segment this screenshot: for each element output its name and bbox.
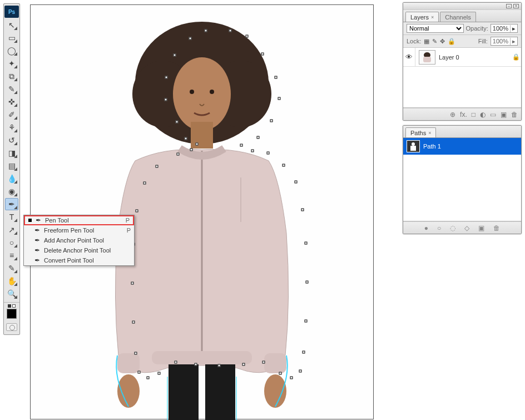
path-anchor[interactable] [189, 37, 192, 40]
path-anchor[interactable] [175, 361, 177, 364]
link-icon[interactable]: ⊕ [450, 111, 455, 118]
path-row[interactable]: Path 1 [403, 138, 521, 155]
lock-move-icon[interactable]: ✥ [440, 38, 445, 45]
marquee-tool[interactable]: ▭ [5, 32, 18, 44]
path-anchor[interactable] [132, 321, 135, 324]
pen-tool[interactable]: ✒ [5, 198, 18, 210]
lock-paint-icon[interactable]: ✎ [432, 38, 437, 45]
new-layer-icon[interactable]: ▣ [501, 111, 507, 118]
path-anchor[interactable] [261, 53, 264, 56]
history-brush-tool[interactable]: ↺ [5, 134, 18, 146]
eraser-tool[interactable]: ◨ [5, 147, 18, 159]
path-anchor[interactable] [305, 242, 308, 245]
path-anchor[interactable] [138, 371, 141, 374]
path-anchor[interactable] [279, 372, 282, 375]
path-anchor[interactable] [147, 377, 150, 379]
path-anchor[interactable] [218, 364, 221, 367]
layer-thumbnail[interactable] [419, 50, 435, 65]
visibility-toggle[interactable]: 👁 [403, 48, 415, 66]
path-name[interactable]: Path 1 [423, 143, 441, 150]
flyout-item[interactable]: ✒Add Anchor Point Tool [24, 235, 134, 245]
tab-paths[interactable]: Paths× [405, 127, 436, 137]
swatches-toggle[interactable] [8, 304, 16, 308]
path-anchor[interactable] [267, 152, 270, 155]
path-anchor[interactable] [135, 352, 137, 355]
path-anchor[interactable] [299, 370, 302, 373]
path-anchor[interactable] [165, 98, 167, 101]
hand-tool[interactable]: ✋ [5, 275, 18, 287]
path-anchor[interactable] [275, 76, 278, 79]
stamp-tool[interactable]: ⚘ [5, 121, 18, 134]
close-button[interactable]: × [513, 4, 519, 8]
path-anchor[interactable] [143, 182, 146, 185]
new-path-icon[interactable]: ▣ [478, 224, 484, 232]
lock-all-icon[interactable]: 🔒 [448, 38, 455, 45]
stroke-path-icon[interactable]: ○ [437, 224, 441, 232]
path-anchor[interactable] [278, 97, 281, 100]
zoom-tool[interactable]: 🔍 [5, 288, 18, 300]
type-tool[interactable]: T [5, 211, 18, 223]
eyedropper-2-tool[interactable]: ✎ [5, 262, 18, 274]
adjustment-icon[interactable]: ◐ [480, 111, 486, 118]
path-anchor[interactable] [165, 76, 168, 79]
path-anchor[interactable] [240, 144, 243, 147]
flyout-item[interactable]: ✒Pen ToolP [24, 215, 134, 225]
path-anchor[interactable] [262, 361, 265, 364]
path-select-tool[interactable]: ↗ [5, 224, 18, 236]
path-anchor[interactable] [190, 149, 193, 151]
path-anchor[interactable] [174, 54, 176, 57]
quickmask-toggle[interactable] [6, 323, 17, 331]
path-anchor[interactable] [205, 29, 207, 32]
path-anchor[interactable] [158, 372, 161, 375]
blur-tool[interactable]: 💧 [5, 172, 18, 185]
fx-icon[interactable]: fx. [460, 111, 467, 118]
delete-path-icon[interactable]: 🗑 [493, 224, 500, 232]
document[interactable] [30, 4, 374, 419]
tab-channels[interactable]: Channels [440, 12, 476, 22]
flyout-item[interactable]: ✒Freeform Pen ToolP [24, 225, 134, 235]
move-tool[interactable]: ↖ [5, 19, 18, 31]
path-anchor[interactable] [306, 281, 309, 284]
path-anchor[interactable] [283, 164, 285, 167]
path-anchor[interactable] [301, 209, 304, 211]
path-anchor[interactable] [195, 363, 197, 366]
path-anchor[interactable] [177, 153, 180, 156]
flyout-item[interactable]: ✒Delete Anchor Point Tool [24, 245, 134, 255]
path-anchor[interactable] [295, 181, 298, 184]
mask-icon[interactable]: □ [472, 111, 476, 118]
path-anchor[interactable] [242, 363, 245, 366]
path-anchor[interactable] [270, 120, 273, 122]
tab-layers[interactable]: Layers× [405, 12, 439, 22]
notes-tool[interactable]: ≡ [5, 249, 18, 261]
eyedropper-tool[interactable]: ✎ [5, 83, 18, 95]
path-anchor[interactable] [176, 121, 179, 123]
trash-icon[interactable]: 🗑 [511, 111, 518, 118]
path-anchor[interactable] [156, 165, 159, 168]
path-anchor[interactable] [136, 210, 138, 213]
path-anchor[interactable] [229, 29, 232, 32]
healing-tool[interactable]: ✜ [5, 96, 18, 108]
path-anchor[interactable] [257, 136, 260, 139]
selection-to-path-icon[interactable]: ◇ [464, 224, 469, 232]
layer-name[interactable]: Layer 0 [439, 54, 511, 61]
path-anchor[interactable] [185, 137, 187, 140]
shape-tool[interactable]: ○ [5, 236, 18, 249]
gradient-tool[interactable]: ▤ [5, 160, 18, 172]
path-anchor[interactable] [196, 143, 199, 146]
group-icon[interactable]: ▭ [490, 111, 496, 118]
foreground-color[interactable] [7, 309, 17, 319]
opacity-input[interactable]: 100%▸ [491, 24, 518, 33]
path-to-selection-icon[interactable]: ◌ [450, 224, 455, 232]
lock-transparent-icon[interactable]: ▦ [424, 38, 429, 45]
minimize-button[interactable]: – [506, 4, 512, 8]
magic-wand-tool[interactable]: ✦ [5, 57, 18, 70]
path-anchor[interactable] [290, 377, 293, 379]
close-icon[interactable]: × [431, 14, 434, 20]
blend-mode-select[interactable]: Normal [407, 24, 464, 33]
path-anchor[interactable] [251, 150, 254, 152]
dodge-tool[interactable]: ◉ [5, 185, 18, 197]
close-icon[interactable]: × [428, 130, 431, 136]
layer-row[interactable]: 👁 Layer 0 🔒 [403, 48, 521, 67]
path-anchor[interactable] [246, 35, 249, 38]
path-anchor[interactable] [303, 351, 305, 354]
